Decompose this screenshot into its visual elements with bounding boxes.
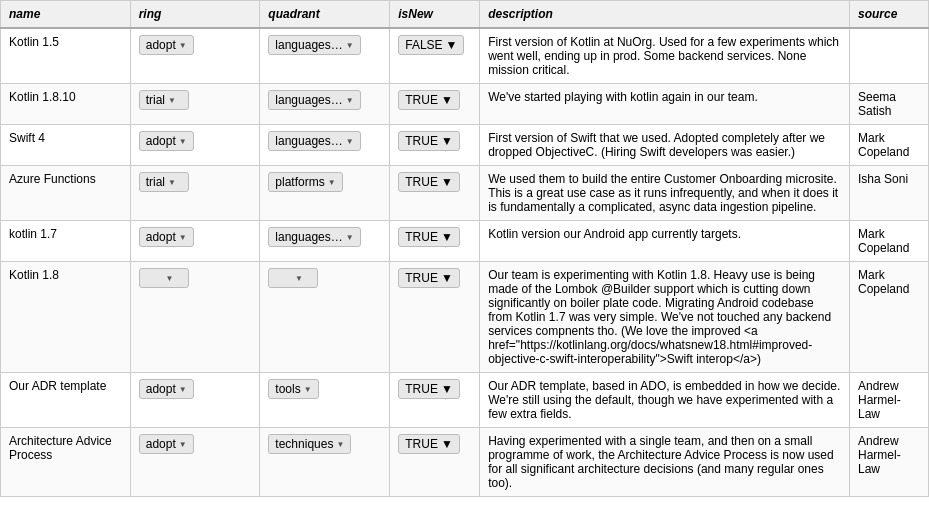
cell-name: Architecture Advice Process (1, 428, 131, 497)
cell-name: Our ADR template (1, 373, 131, 428)
quadrant-dropdown[interactable]: techniques▼ (268, 434, 351, 454)
cell-ring: adopt▼ (130, 428, 260, 497)
cell-description: We've started playing with kotlin again … (480, 84, 850, 125)
table-row: Kotlin 1.8 ▼ ▼TRUE▼Our team is experimen… (1, 262, 929, 373)
table-row: Architecture Advice Processadopt▼techniq… (1, 428, 929, 497)
cell-isnew: TRUE▼ (390, 428, 480, 497)
ring-dropdown[interactable]: adopt▼ (139, 131, 194, 151)
cell-quadrant: tools▼ (260, 373, 390, 428)
cell-quadrant: languages…▼ (260, 84, 390, 125)
ring-dropdown[interactable]: trial▼ (139, 172, 189, 192)
quadrant-dropdown[interactable]: tools▼ (268, 379, 318, 399)
cell-source: Isha Soni (850, 166, 929, 221)
cell-name: Kotlin 1.8.10 (1, 84, 131, 125)
table-row: Swift 4adopt▼languages…▼TRUE▼First versi… (1, 125, 929, 166)
table-row: kotlin 1.7adopt▼languages…▼TRUE▼Kotlin v… (1, 221, 929, 262)
cell-description: Having experimented with a single team, … (480, 428, 850, 497)
isnew-dropdown[interactable]: TRUE▼ (398, 379, 460, 399)
quadrant-dropdown[interactable]: languages…▼ (268, 227, 360, 247)
quadrant-dropdown[interactable]: languages…▼ (268, 35, 360, 55)
cell-description: We used them to build the entire Custome… (480, 166, 850, 221)
table-row: Kotlin 1.8.10trial▼languages…▼TRUE▼We've… (1, 84, 929, 125)
main-table: name ring quadrant isNew description sou… (0, 0, 929, 497)
col-header-name: name (1, 1, 131, 29)
quadrant-dropdown[interactable]: ▼ (268, 268, 318, 288)
cell-quadrant: languages…▼ (260, 125, 390, 166)
ring-dropdown[interactable]: adopt▼ (139, 379, 194, 399)
header-row: name ring quadrant isNew description sou… (1, 1, 929, 29)
cell-description: First version of Kotlin at NuOrg. Used f… (480, 28, 850, 84)
col-header-quadrant: quadrant (260, 1, 390, 29)
ring-dropdown[interactable]: adopt▼ (139, 227, 194, 247)
table-row: Azure Functionstrial▼platforms▼TRUE▼We u… (1, 166, 929, 221)
cell-isnew: TRUE▼ (390, 373, 480, 428)
cell-isnew: FALSE▼ (390, 28, 480, 84)
table-row: Kotlin 1.5adopt▼languages…▼FALSE▼First v… (1, 28, 929, 84)
cell-source: Mark Copeland (850, 262, 929, 373)
cell-description: Our ADR template, based in ADO, is embed… (480, 373, 850, 428)
col-header-isnew: isNew (390, 1, 480, 29)
cell-name: Kotlin 1.8 (1, 262, 131, 373)
cell-ring: trial▼ (130, 166, 260, 221)
isnew-dropdown[interactable]: TRUE▼ (398, 227, 460, 247)
col-header-source: source (850, 1, 929, 29)
cell-description: Our team is experimenting with Kotlin 1.… (480, 262, 850, 373)
isnew-dropdown[interactable]: TRUE▼ (398, 434, 460, 454)
ring-dropdown[interactable]: adopt▼ (139, 434, 194, 454)
cell-quadrant: ▼ (260, 262, 390, 373)
cell-description: Kotlin version our Android app currently… (480, 221, 850, 262)
col-header-description: description (480, 1, 850, 29)
cell-ring: adopt▼ (130, 125, 260, 166)
isnew-dropdown[interactable]: FALSE▼ (398, 35, 464, 55)
cell-source: Andrew Harmel-Law (850, 373, 929, 428)
quadrant-dropdown[interactable]: languages…▼ (268, 131, 360, 151)
cell-quadrant: techniques▼ (260, 428, 390, 497)
cell-ring: trial▼ (130, 84, 260, 125)
cell-ring: adopt▼ (130, 221, 260, 262)
cell-name: kotlin 1.7 (1, 221, 131, 262)
table-row: Our ADR templateadopt▼tools▼TRUE▼Our ADR… (1, 373, 929, 428)
cell-ring: ▼ (130, 262, 260, 373)
cell-isnew: TRUE▼ (390, 166, 480, 221)
cell-isnew: TRUE▼ (390, 84, 480, 125)
cell-source: Seema Satish (850, 84, 929, 125)
ring-dropdown[interactable]: ▼ (139, 268, 189, 288)
cell-source: Mark Copeland (850, 221, 929, 262)
quadrant-dropdown[interactable]: platforms▼ (268, 172, 342, 192)
quadrant-dropdown[interactable]: languages…▼ (268, 90, 360, 110)
cell-name: Azure Functions (1, 166, 131, 221)
cell-description: First version of Swift that we used. Ado… (480, 125, 850, 166)
cell-ring: adopt▼ (130, 373, 260, 428)
cell-source (850, 28, 929, 84)
cell-isnew: TRUE▼ (390, 221, 480, 262)
isnew-dropdown[interactable]: TRUE▼ (398, 131, 460, 151)
cell-ring: adopt▼ (130, 28, 260, 84)
cell-source: Andrew Harmel-Law (850, 428, 929, 497)
cell-isnew: TRUE▼ (390, 125, 480, 166)
isnew-dropdown[interactable]: TRUE▼ (398, 268, 460, 288)
cell-name: Swift 4 (1, 125, 131, 166)
cell-quadrant: languages…▼ (260, 28, 390, 84)
ring-dropdown[interactable]: adopt▼ (139, 35, 194, 55)
cell-source: Mark Copeland (850, 125, 929, 166)
isnew-dropdown[interactable]: TRUE▼ (398, 90, 460, 110)
isnew-dropdown[interactable]: TRUE▼ (398, 172, 460, 192)
ring-dropdown[interactable]: trial▼ (139, 90, 189, 110)
cell-quadrant: platforms▼ (260, 166, 390, 221)
col-header-ring: ring (130, 1, 260, 29)
cell-quadrant: languages…▼ (260, 221, 390, 262)
cell-name: Kotlin 1.5 (1, 28, 131, 84)
cell-isnew: TRUE▼ (390, 262, 480, 373)
